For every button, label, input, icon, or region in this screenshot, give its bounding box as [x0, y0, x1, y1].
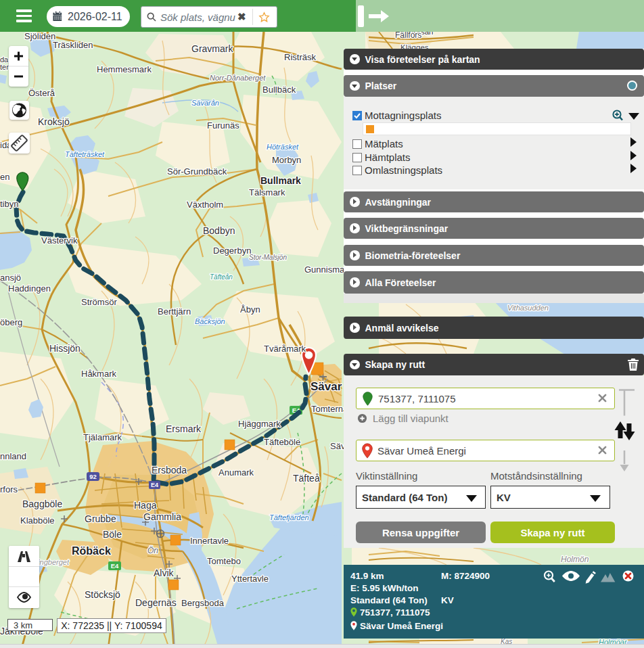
svg-text:Tväråmark: Tväråmark [264, 344, 306, 354]
svg-text:Haddingen: Haddingen [8, 283, 51, 294]
svg-text:Sjöliden: Sjöliden [24, 31, 55, 41]
svg-text:Gravmark: Gravmark [191, 43, 233, 54]
svg-text:tibyn: tibyn [0, 199, 18, 209]
svg-text:Ersboda: Ersboda [152, 465, 187, 476]
svg-text:Österå: Österå [28, 88, 55, 98]
svg-text:Bergsboda: Bergsboda [181, 598, 225, 608]
svg-text:Furunäs: Furunäs [207, 120, 239, 131]
svg-text:Vithasudden: Vithasudden [507, 304, 549, 312]
svg-text:Alvik: Alvik [154, 568, 175, 578]
svg-text:Ersmark: Ersmark [166, 423, 202, 434]
svg-text:Åbyn: Åbyn [240, 304, 260, 315]
svg-text:Täftefjärden: Täftefjärden [269, 513, 309, 522]
svg-text:Västervik: Västervik [41, 235, 78, 246]
svg-text:Hjäggmark: Hjäggmark [238, 419, 281, 429]
svg-text:Täfteån: Täfteån [210, 273, 233, 281]
svg-text:Tomtebo: Tomtebo [207, 556, 241, 566]
svg-text:Täfteträsket: Täfteträsket [65, 150, 105, 158]
svg-text:Stor-Malsjön: Stor-Malsjön [249, 254, 287, 261]
svg-text:Böle: Böle [103, 529, 122, 540]
svg-text:nnland: nnland [0, 451, 26, 461]
svg-text:Hissjön: Hissjön [49, 343, 80, 354]
svg-text:Anumark: Anumark [218, 467, 254, 478]
svg-text:Håkmark: Håkmark [81, 369, 117, 379]
svg-text:Höträsket: Höträsket [267, 143, 299, 151]
svg-text:Tjälamark: Tjälamark [83, 432, 122, 442]
svg-text:Yttertavle: Yttertavle [231, 574, 269, 584]
svg-text:Kroksjö: Kroksjö [38, 116, 70, 127]
svg-text:rfors: rfors [0, 484, 18, 494]
svg-text:Gammlia: Gammlia [143, 511, 181, 522]
svg-text:Innertavle: Innertavle [190, 536, 229, 546]
svg-text:ter: ter [0, 63, 9, 71]
svg-text:Haga: Haga [134, 500, 157, 511]
svg-text:en: en [0, 172, 9, 182]
svg-text:Fällfors: Fällfors [395, 30, 421, 40]
svg-text:Tälsmark: Tälsmark [249, 187, 285, 198]
svg-text:Täfteböle: Täfteböle [264, 437, 300, 447]
svg-text:Hemmesmark: Hemmesmark [97, 64, 152, 74]
svg-text:Berttjärn: Berttjärn [158, 306, 191, 317]
svg-text:Grubbe: Grubbe [85, 513, 116, 524]
svg-text:Degernäs: Degernäs [135, 597, 177, 608]
svg-text:Bullbäck: Bullbäck [262, 85, 296, 95]
svg-text:Morbyn: Morbyn [272, 155, 301, 165]
svg-text:E4: E4 [111, 562, 119, 570]
svg-text:Tomterna: Tomterna [311, 404, 348, 414]
svg-text:Stöcksjö: Stöcksjö [85, 589, 120, 600]
svg-text:92: 92 [89, 473, 97, 480]
svg-text:Bodbyn: Bodbyn [203, 225, 235, 236]
svg-text:Risträsk: Risträsk [284, 52, 316, 62]
svg-text:Norr-Dånaberget: Norr-Dånaberget [210, 74, 266, 82]
svg-text:Täfteå: Täfteå [293, 473, 320, 484]
svg-text:Baggböle: Baggböle [22, 499, 62, 509]
svg-text:Träskliden: Träskliden [53, 40, 93, 50]
svg-text:Sävar: Sävar [310, 380, 342, 393]
svg-text:Sör-Grundbäck: Sör-Grundbäck [167, 166, 227, 177]
svg-text:Bäcksjön: Bäcksjön [195, 317, 225, 325]
svg-text:Holmön: Holmön [561, 555, 589, 564]
svg-text:Degerbyn: Degerbyn [213, 246, 251, 256]
svg-text:öberg: öberg [0, 317, 22, 327]
svg-text:Röbäck: Röbäck [72, 545, 111, 557]
svg-text:Växtholm: Växtholm [187, 200, 223, 210]
svg-text:Ön: Ön [147, 546, 158, 555]
svg-text:Klabböle: Klabböle [20, 515, 55, 526]
svg-text:E4: E4 [151, 482, 158, 488]
svg-text:Sävarån: Sävarån [191, 99, 219, 107]
svg-text:Strömsör: Strömsör [81, 297, 117, 307]
svg-text:Bullmark: Bullmark [260, 175, 301, 186]
svg-text:ansjö: ansjö [0, 273, 21, 283]
